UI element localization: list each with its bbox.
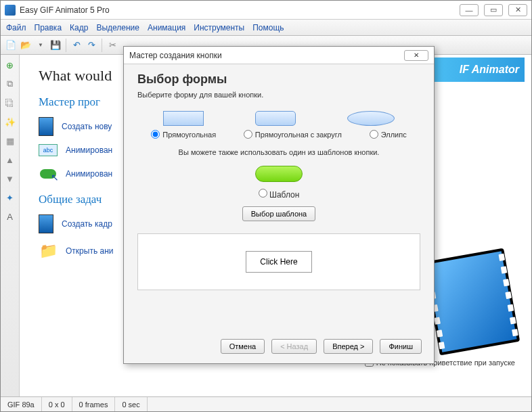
button-wizard-dialog: Мастер создания кнопки ✕ Выбор формы Выб…	[123, 46, 435, 364]
radio-ellipse-label: Эллипс	[381, 131, 407, 139]
task-label: Анимирован	[66, 145, 112, 155]
preview-box: Click Here	[137, 233, 420, 290]
titlebar: Easy GIF Animator 5 Pro ― ▭ ✕	[1, 1, 531, 20]
wizard-icon[interactable]: ✨	[3, 114, 18, 129]
radio-roundrect[interactable]: Прямоугольная с закругл	[244, 130, 342, 139]
radio-rect-label: Прямоугольная	[162, 131, 216, 139]
task-label: Анимирован	[66, 169, 112, 179]
dialog-titlebar: Мастер создания кнопки ✕	[124, 47, 434, 64]
radio-ellipse[interactable]: Эллипс	[370, 130, 407, 139]
new-icon[interactable]: 📄	[5, 39, 17, 51]
cancel-button[interactable]: Отмена	[221, 339, 265, 354]
main-window: Easy GIF Animator 5 Pro ― ▭ ✕ Файл Правк…	[0, 0, 532, 412]
merge-icon[interactable]: ⿻	[3, 95, 18, 110]
next-button[interactable]: Вперед >	[324, 339, 373, 354]
radio-rect-input[interactable]	[151, 130, 160, 139]
effects-icon[interactable]: ✦	[3, 190, 18, 205]
menu-help[interactable]: Помощь	[252, 23, 284, 32]
menu-selection[interactable]: Выделение	[96, 23, 139, 32]
dialog-subtitle: Выберите форму для вашей кнопки.	[137, 91, 420, 99]
open-icon[interactable]: 📂	[20, 39, 32, 51]
dropdown-icon[interactable]: ▼	[35, 39, 47, 51]
task-label: Создать кадр	[62, 219, 112, 229]
move-down-icon[interactable]: ▼	[3, 171, 18, 186]
status-format: GIF 89a	[1, 397, 42, 411]
roundrect-preview	[255, 111, 296, 126]
radio-roundrect-input[interactable]	[244, 130, 252, 139]
left-toolbar: ⊕ ⧉ ⿻ ✨ ▦ ▲ ▼ ✦ A	[1, 55, 20, 396]
minimize-button[interactable]: ―	[460, 4, 479, 16]
menubar: Файл Правка Кадр Выделение Анимация Инст…	[1, 20, 531, 36]
menu-frame[interactable]: Кадр	[70, 23, 88, 32]
dialog-heading: Выбор формы	[137, 72, 420, 87]
menu-file[interactable]: Файл	[6, 23, 26, 32]
radio-template-input[interactable]	[259, 189, 267, 198]
preview-button[interactable]: Click Here	[246, 251, 311, 273]
template-preview	[255, 166, 303, 182]
maximize-button[interactable]: ▭	[484, 4, 503, 16]
status-duration: 0 sec	[115, 397, 147, 411]
status-frames: 0 frames	[72, 397, 116, 411]
frame-props-icon[interactable]: ▦	[3, 133, 18, 148]
undo-icon[interactable]: ↶	[70, 39, 83, 51]
menu-edit[interactable]: Правка	[35, 23, 62, 32]
radio-template-label: Шаблон	[269, 190, 299, 200]
app-icon	[5, 5, 16, 16]
radio-template-row: Шаблон	[137, 189, 420, 200]
film-decor-icon	[424, 248, 520, 356]
select-template-button[interactable]: Выбор шаблона	[242, 206, 315, 221]
text-box-icon: abc	[39, 144, 58, 156]
folder-icon: 📁	[39, 242, 58, 260]
dialog-body: Выбор формы Выберите форму для вашей кно…	[124, 64, 434, 332]
film-icon	[39, 117, 53, 136]
status-spacer	[148, 397, 531, 411]
radio-template[interactable]: Шаблон	[259, 190, 300, 200]
dialog-close-button[interactable]: ✕	[404, 50, 428, 61]
ellipse-preview	[347, 111, 395, 126]
banner: IF Animator	[430, 58, 525, 82]
redo-icon[interactable]: ↷	[85, 39, 97, 51]
radio-roundrect-label: Прямоугольная с закругл	[255, 131, 342, 139]
move-up-icon[interactable]: ▲	[3, 152, 18, 167]
save-icon[interactable]: 💾	[49, 39, 62, 51]
task-label: Открыть ани	[66, 246, 113, 256]
shape-preview-row	[137, 111, 420, 126]
finish-button[interactable]: Финиш	[380, 339, 422, 354]
menu-tools[interactable]: Инструменты	[194, 23, 244, 32]
separator	[102, 39, 102, 52]
back-button[interactable]: < Назад	[271, 339, 317, 354]
add-frame-icon[interactable]: ⊕	[3, 58, 18, 72]
text-icon[interactable]: A	[3, 209, 18, 224]
task-label: Создать нову	[62, 122, 112, 131]
dialog-footer: Отмена < Назад Вперед > Финиш	[124, 332, 434, 363]
film-icon	[39, 214, 53, 233]
radio-rect[interactable]: Прямоугольная	[151, 130, 216, 139]
shape-radio-row: Прямоугольная Прямоугольная с закругл Эл…	[137, 130, 420, 139]
statusbar: GIF 89a 0 x 0 0 frames 0 sec	[1, 396, 531, 411]
rect-preview	[163, 111, 204, 126]
separator	[66, 39, 66, 52]
dialog-title: Мастер создания кнопки	[129, 51, 404, 60]
window-title: Easy GIF Animator 5 Pro	[20, 5, 460, 15]
template-note: Вы можете также использовать один из шаб…	[137, 148, 420, 156]
menu-animation[interactable]: Анимация	[148, 23, 185, 32]
cut-icon[interactable]: ✂	[106, 39, 118, 51]
duplicate-icon[interactable]: ⧉	[3, 76, 18, 91]
button-cursor-icon: ↖	[39, 164, 58, 183]
radio-ellipse-input[interactable]	[370, 130, 378, 139]
status-dimensions: 0 x 0	[42, 397, 72, 411]
close-button[interactable]: ✕	[508, 4, 527, 16]
